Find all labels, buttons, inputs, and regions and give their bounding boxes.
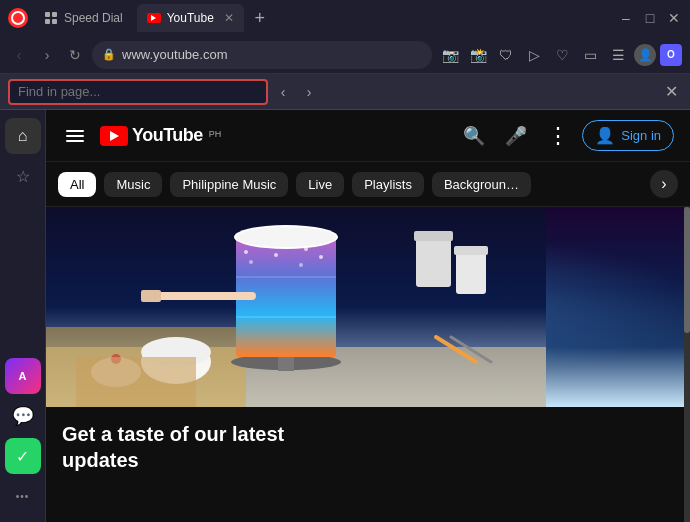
lock-icon: 🔒 bbox=[102, 48, 116, 61]
sidebar-item-whatsapp[interactable]: ✓ bbox=[5, 438, 41, 474]
youtube-tab-icon bbox=[147, 11, 161, 25]
find-close-button[interactable]: ✕ bbox=[660, 81, 682, 103]
video-info: Get a taste of our latest updates bbox=[46, 407, 690, 487]
svg-point-12 bbox=[249, 260, 253, 264]
youtube-logo-icon bbox=[100, 126, 128, 146]
sign-in-label: Sign in bbox=[621, 128, 661, 143]
forward-button[interactable]: › bbox=[36, 44, 58, 66]
youtube-mic-button[interactable]: 🎤 bbox=[498, 118, 534, 154]
svg-rect-18 bbox=[146, 292, 256, 300]
battery-icon[interactable]: ▭ bbox=[578, 43, 602, 67]
svg-point-8 bbox=[274, 253, 278, 257]
youtube-content-area: YouTube PH 🔍 🎤 ⋮ 👤 Sign in All Musi bbox=[46, 110, 690, 522]
heart-icon[interactable]: ♡ bbox=[550, 43, 574, 67]
sidebar-item-starred[interactable]: ☆ bbox=[5, 158, 41, 194]
opera-extension-icon[interactable]: O bbox=[660, 44, 682, 66]
sidebar-item-home[interactable]: ⌂ bbox=[5, 118, 41, 154]
svg-rect-4 bbox=[278, 355, 294, 371]
left-sidebar: ⌂ ☆ A 💬 ✓ ••• bbox=[0, 110, 46, 522]
person-icon: 👤 bbox=[595, 126, 615, 145]
tab-speed-dial[interactable]: Speed Dial bbox=[34, 4, 133, 32]
window-controls: – □ ✕ bbox=[618, 10, 682, 26]
back-button[interactable]: ‹ bbox=[8, 44, 30, 66]
svg-rect-26 bbox=[456, 252, 486, 294]
category-philippine-music[interactable]: Philippine Music bbox=[170, 172, 288, 197]
youtube-logo[interactable]: YouTube PH bbox=[100, 125, 221, 146]
right-scrollbar[interactable] bbox=[684, 207, 690, 522]
address-text: www.youtube.com bbox=[122, 47, 422, 62]
profile-icon[interactable]: 👤 bbox=[634, 44, 656, 66]
title-bar: Speed Dial YouTube ✕ + – □ ✕ bbox=[0, 0, 690, 36]
address-bar: ‹ › ↻ 🔒 www.youtube.com 📷 📸 🛡 ▷ ♡ ▭ ☰ 👤 … bbox=[0, 36, 690, 74]
category-live[interactable]: Live bbox=[296, 172, 344, 197]
youtube-header: YouTube PH 🔍 🎤 ⋮ 👤 Sign in bbox=[46, 110, 690, 162]
category-backgrounds[interactable]: Backgroun… bbox=[432, 172, 531, 197]
toolbar-icons: 📷 📸 🛡 ▷ ♡ ▭ ☰ 👤 O bbox=[438, 43, 682, 67]
svg-point-11 bbox=[319, 255, 323, 259]
svg-rect-19 bbox=[141, 290, 161, 302]
reload-button[interactable]: ↻ bbox=[64, 44, 86, 66]
speed-dial-icon bbox=[44, 11, 58, 25]
close-button[interactable]: ✕ bbox=[666, 10, 682, 26]
youtube-sign-in-button[interactable]: 👤 Sign in bbox=[582, 120, 674, 151]
sidebar-item-messenger[interactable]: 💬 bbox=[5, 398, 41, 434]
svg-point-15 bbox=[236, 227, 336, 247]
category-all[interactable]: All bbox=[58, 172, 96, 197]
svg-rect-24 bbox=[416, 237, 451, 287]
maximize-button[interactable]: □ bbox=[642, 10, 658, 26]
tab-youtube[interactable]: YouTube ✕ bbox=[137, 4, 244, 32]
youtube-categories: All Music Philippine Music Live Playlist… bbox=[46, 162, 690, 207]
thumbnail-illustration bbox=[46, 207, 546, 407]
tab-youtube-label: YouTube bbox=[167, 11, 214, 25]
find-input[interactable] bbox=[8, 79, 268, 105]
opera-logo bbox=[8, 8, 28, 28]
svg-rect-27 bbox=[454, 246, 488, 255]
youtube-country-code: PH bbox=[209, 129, 222, 139]
address-bar-input[interactable]: 🔒 www.youtube.com bbox=[92, 41, 432, 69]
thumbnail-overlay bbox=[46, 207, 690, 407]
find-prev-button[interactable]: ‹ bbox=[272, 81, 294, 103]
tab-bar: Speed Dial YouTube ✕ + bbox=[34, 4, 612, 32]
thumbnail-background bbox=[46, 207, 690, 407]
hamburger-menu[interactable] bbox=[62, 126, 88, 146]
category-music[interactable]: Music bbox=[104, 172, 162, 197]
find-next-button[interactable]: › bbox=[298, 81, 320, 103]
youtube-main-content: Get a taste of our latest updates bbox=[46, 207, 690, 522]
scrollbar-thumb[interactable] bbox=[684, 207, 690, 333]
youtube-header-icons: 🔍 🎤 ⋮ 👤 Sign in bbox=[456, 118, 674, 154]
sidebar-item-more[interactable]: ••• bbox=[5, 478, 41, 514]
browser-frame: Speed Dial YouTube ✕ + – □ ✕ ‹ › ↻ 🔒 www… bbox=[0, 0, 690, 522]
svg-rect-30 bbox=[76, 357, 196, 407]
svg-point-13 bbox=[299, 263, 303, 267]
sidebar-item-aria[interactable]: A bbox=[5, 358, 41, 394]
tab-close-button[interactable]: ✕ bbox=[224, 11, 234, 25]
screenshot-icon[interactable]: 📷 bbox=[438, 43, 462, 67]
video-title-line2: updates bbox=[62, 449, 139, 471]
category-playlists[interactable]: Playlists bbox=[352, 172, 424, 197]
camera-icon[interactable]: 📸 bbox=[466, 43, 490, 67]
youtube-more-button[interactable]: ⋮ bbox=[540, 118, 576, 154]
video-title-line1: Get a taste of our latest bbox=[62, 423, 284, 445]
youtube-search-button[interactable]: 🔍 bbox=[456, 118, 492, 154]
svg-point-6 bbox=[244, 250, 248, 254]
categories-next-button[interactable]: › bbox=[650, 170, 678, 198]
tab-speed-dial-label: Speed Dial bbox=[64, 11, 123, 25]
video-thumbnail[interactable] bbox=[46, 207, 690, 407]
main-layout: ⌂ ☆ A 💬 ✓ ••• YouTube PH bbox=[0, 110, 690, 522]
video-title: Get a taste of our latest updates bbox=[62, 421, 674, 473]
shield-icon[interactable]: 🛡 bbox=[494, 43, 518, 67]
play-icon[interactable]: ▷ bbox=[522, 43, 546, 67]
minimize-button[interactable]: – bbox=[618, 10, 634, 26]
new-tab-button[interactable]: + bbox=[248, 6, 272, 30]
menu-icon[interactable]: ☰ bbox=[606, 43, 630, 67]
svg-rect-25 bbox=[414, 231, 453, 241]
find-bar: ‹ › ✕ bbox=[0, 74, 690, 110]
youtube-logo-text: YouTube bbox=[132, 125, 203, 146]
